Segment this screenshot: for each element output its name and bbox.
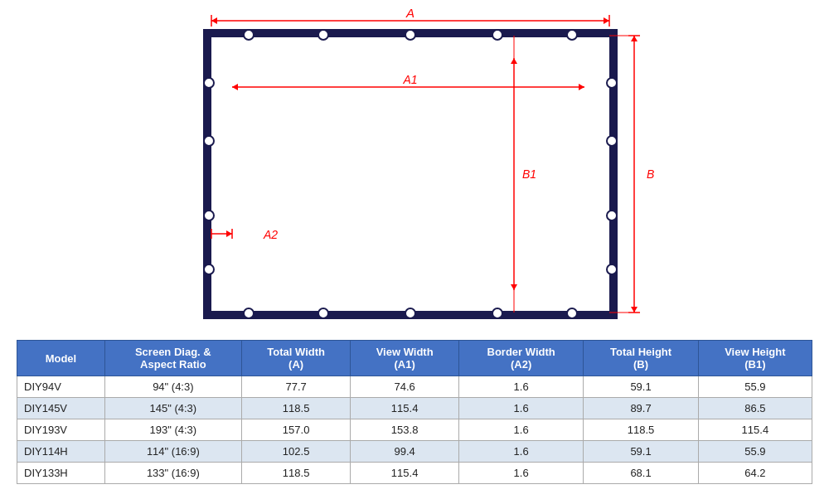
table-cell: 102.5 [241, 441, 351, 463]
col-header-model: Model [17, 341, 105, 376]
table-cell: 59.1 [584, 441, 698, 463]
svg-point-6 [244, 308, 254, 318]
svg-point-17 [607, 211, 617, 220]
table-cell: 118.5 [241, 398, 351, 419]
svg-point-9 [492, 308, 502, 318]
screen-diagram: A A1 A2 B B1 [158, 8, 671, 332]
table-cell: 115.4 [698, 419, 812, 441]
table-cell: 1.6 [458, 376, 584, 398]
svg-point-2 [318, 30, 328, 40]
dimensions-table: Model Screen Diag. &Aspect Ratio Total W… [17, 340, 812, 484]
table-cell: 193" (4:3) [104, 419, 241, 441]
table-cell: 153.8 [351, 419, 458, 441]
svg-point-7 [318, 308, 328, 318]
svg-point-3 [405, 30, 415, 40]
svg-point-15 [607, 78, 617, 88]
table-cell: DIY145V [17, 398, 105, 419]
table-row: DIY193V193" (4:3)157.0153.81.6118.5115.4 [17, 419, 812, 441]
svg-point-10 [567, 308, 577, 318]
table-cell: 86.5 [698, 398, 812, 419]
table-cell: 118.5 [584, 419, 698, 441]
table-cell: 68.1 [584, 463, 698, 484]
svg-point-12 [204, 136, 214, 146]
table-row: DIY133H133" (16:9)118.5115.41.668.164.2 [17, 463, 812, 484]
table-cell: 55.9 [698, 376, 812, 398]
table-cell: DIY94V [17, 376, 105, 398]
svg-marker-33 [631, 307, 638, 313]
svg-point-4 [492, 30, 502, 40]
table-row: DIY114H114" (16:9)102.599.41.659.155.9 [17, 441, 812, 463]
table-cell: 77.7 [241, 376, 351, 398]
col-header-total-height: Total Height(B) [584, 341, 698, 376]
table-row: DIY94V94" (4:3)77.774.61.659.155.9 [17, 376, 812, 398]
table-cell: 55.9 [698, 441, 812, 463]
svg-point-11 [204, 78, 214, 88]
table-cell: 1.6 [458, 441, 584, 463]
col-header-total-width: Total Width(A) [241, 341, 351, 376]
label-B: B [647, 167, 654, 181]
col-header-view-width: View Width(A1) [351, 341, 458, 376]
svg-marker-21 [604, 17, 609, 24]
svg-point-18 [607, 264, 617, 274]
svg-point-1 [244, 30, 254, 40]
table-row: DIY145V145" (4:3)118.5115.41.689.786.5 [17, 398, 812, 419]
table-cell: 89.7 [584, 398, 698, 419]
svg-point-5 [567, 30, 577, 40]
table-cell: 59.1 [584, 376, 698, 398]
table-cell: DIY133H [17, 463, 105, 484]
table-cell: 74.6 [351, 376, 458, 398]
label-A2: A2 [263, 228, 278, 241]
table-cell: DIY114H [17, 441, 105, 463]
table-cell: 1.6 [458, 463, 584, 484]
table-cell: 114" (16:9) [104, 441, 241, 463]
svg-marker-32 [631, 36, 638, 41]
label-A: A [405, 8, 414, 20]
col-header-border-width: Border Width(A2) [458, 341, 584, 376]
table-cell: DIY193V [17, 419, 105, 441]
col-header-screen-diag: Screen Diag. &Aspect Ratio [104, 341, 241, 376]
table-cell: 1.6 [458, 419, 584, 441]
table-cell: 99.4 [351, 441, 458, 463]
svg-point-16 [607, 136, 617, 146]
table-cell: 133" (16:9) [104, 463, 241, 484]
table-cell: 157.0 [241, 419, 351, 441]
svg-marker-20 [211, 17, 217, 24]
table-cell: 145" (4:3) [104, 398, 241, 419]
table-cell: 118.5 [241, 463, 351, 484]
table-cell: 115.4 [351, 463, 458, 484]
col-header-view-height: View Height(B1) [698, 341, 812, 376]
table-cell: 1.6 [458, 398, 584, 419]
table-cell: 115.4 [351, 398, 458, 419]
svg-point-8 [405, 308, 415, 318]
label-B1: B1 [522, 167, 536, 181]
svg-point-14 [204, 264, 214, 274]
table-cell: 64.2 [698, 463, 812, 484]
table-cell: 94" (4:3) [104, 376, 241, 398]
label-A1: A1 [402, 73, 417, 86]
svg-point-13 [204, 211, 214, 220]
